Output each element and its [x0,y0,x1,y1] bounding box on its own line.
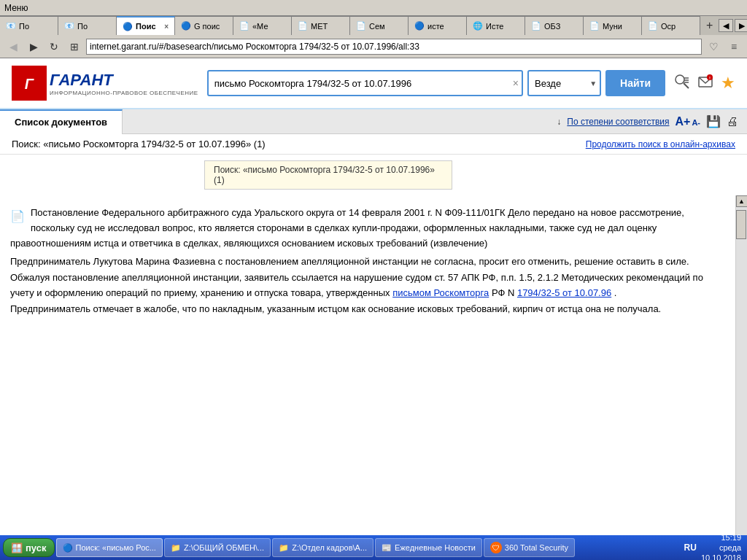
tab-iste1-label: исте [427,22,444,31]
tab-search-label: Поис [136,22,156,31]
tab-sem-label: Сем [369,22,385,31]
tab-mail-2[interactable]: 📧 По [58,16,117,35]
address-input[interactable] [90,42,698,52]
tab-iste2-label: Исте [486,22,503,31]
tab-iste2[interactable]: 🌐 Исте [467,16,525,35]
shield-icon: 🛡 [490,542,502,553]
font-decrease-btn[interactable]: A- [692,118,700,127]
continue-search-link[interactable]: Продолжить поиск в онлайн-архивах [586,139,735,149]
doc-content: 📄 Постановление Федерального арбитражног… [0,195,735,556]
search-input-wrapper: × [207,70,523,96]
tab-google-icon: 🔵 [181,21,191,31]
refresh-btn[interactable]: ↻ [45,38,63,55]
doc-body-2: РФ N [492,287,517,298]
tab-mail-1-icon: 📧 [6,21,16,31]
scroll-up-btn[interactable]: ▲ [736,195,748,207]
address-bar[interactable] [86,39,702,55]
search-list-icon [674,74,690,90]
scrollbar-thumb[interactable] [736,210,746,239]
taskbar: 🪟 пуск 🔵 Поиск: «письмо Рос... 📁 Z:\ОБЩИ… [0,535,747,560]
logo-subtitle: ИНФОРМАЦИОННО-ПРАВОВОЕ ОБЕСПЕЧЕНИЕ [50,90,198,96]
taskbar-item-search-icon: 🔵 [63,543,73,553]
doc-body: Предприниматель Лукутова Марина Фазиевна… [10,254,721,316]
back-btn[interactable]: ◀ [4,38,22,55]
taskbar-date: 10.10.2018 [701,553,741,560]
garant-logo: Г ГАРАНТ ИНФОРМАЦИОННО-ПРАВОВОЕ ОБЕСПЕЧЕ… [12,66,198,101]
tab-obz-icon: 📄 [531,21,541,31]
tab-met-label: МЕТ [311,22,328,31]
tab-muni-icon: 📄 [589,21,600,31]
search-btn[interactable]: Найти [605,70,665,96]
tab-obz[interactable]: 📄 ОБЗ [525,16,584,35]
font-increase-btn[interactable]: A+ [675,115,690,128]
tab-google[interactable]: 🔵 G поис [175,16,233,35]
document-entry: 📄 Постановление Федерального арбитражног… [10,206,721,316]
svg-line-3 [684,83,689,88]
search-input[interactable] [207,70,523,96]
forward-btn[interactable]: ▶ [25,38,42,55]
save-btn[interactable]: 💾 [706,114,721,128]
favorites-btn[interactable]: ♡ [705,38,722,55]
tab-scroll-left[interactable]: ◀ [719,19,733,32]
advanced-search-btn[interactable] [674,74,690,93]
home-btn[interactable]: ⊞ [66,38,83,55]
taskbar-item-hr[interactable]: 📁 Z:\Отдел кадров\А... [272,538,374,557]
taskbar-item-antivirus[interactable]: 🛡 360 Total Security [484,538,575,557]
scrollbar-track[interactable] [736,207,747,544]
start-button[interactable]: 🪟 пуск [3,538,55,557]
tab-controls: ◀ ▶ _ □ × [719,16,747,35]
header-icons-right: ! ★ [674,74,735,93]
doc-file-icon: 📄 [10,207,25,226]
tab-mail-1-label: По [19,22,29,31]
taskbar-item-search-label: Поиск: «письмо Рос... [76,543,156,552]
tab-osr[interactable]: 📄 Оср [642,16,700,35]
doc-title: Постановление Федерального арбитражного … [10,207,684,249]
reader-btn[interactable]: ≡ [725,38,743,55]
tab-muni[interactable]: 📄 Муни [584,16,642,35]
tab-search-icon: 🔵 [123,22,133,31]
print-btn[interactable]: 🖨 [727,115,738,128]
search-scope-select[interactable]: Везде В названии В тексте [527,70,601,96]
tab-iste1[interactable]: 🔵 исте [409,16,467,35]
tab-search-active[interactable]: 🔵 Поис × [117,16,175,35]
doc-link-number[interactable]: 1794/32-5 от 10.07.96 [517,287,611,298]
email-icon: ! [697,74,713,90]
svg-text:Г: Г [25,76,35,92]
taskbar-right: RU 15:19 среда 10.10.2018 [684,532,744,560]
tab-scroll-right[interactable]: ▶ [735,19,747,32]
tab-sem[interactable]: 📄 Сем [350,16,409,35]
tab-mail-1[interactable]: 📧 По [0,16,58,35]
taskbar-day: среда [701,542,741,553]
taskbar-item-news-icon: 📰 [382,543,392,553]
scrollbar[interactable]: ▲ ▼ [735,195,747,556]
tab-close-btn[interactable]: × [164,23,169,31]
taskbar-item-exchange-icon: 📁 [171,543,181,553]
logo-red-box: Г [12,66,47,101]
doc-toolbar: Список документов ↓ По степени соответст… [0,109,747,134]
content-wrapper: 📄 Постановление Федерального арбитражног… [0,195,747,556]
email-btn[interactable]: ! [697,74,713,93]
svg-text:!: ! [709,76,711,80]
add-tab-btn[interactable]: + [700,16,719,35]
taskbar-item-news-label: Ежедневные Новости [395,543,476,552]
doc-link-roskomtorg[interactable]: письмом Роскомторга [392,287,489,298]
search-scope-wrapper: Везде В названии В тексте ▼ [527,70,601,96]
doc-tab-list[interactable]: Список документов [0,109,123,134]
taskbar-item-hr-label: Z:\Отдел кадров\А... [292,543,367,552]
taskbar-item-search[interactable]: 🔵 Поиск: «письмо Рос... [56,538,163,557]
start-label: пуск [26,542,47,553]
taskbar-item-exchange[interactable]: 📁 Z:\ОБЩИЙ ОБМЕН\... [164,538,271,557]
menu-label[interactable]: Меню [4,3,28,13]
tab-me1[interactable]: 📄 «Ме [233,16,292,35]
taskbar-item-news[interactable]: 📰 Ежедневные Новости [375,538,482,557]
search-clear-btn[interactable]: × [513,77,519,89]
tab-iste1-icon: 🔵 [414,21,425,31]
tab-met[interactable]: 📄 МЕТ [292,16,350,35]
taskbar-item-exchange-label: Z:\ОБЩИЙ ОБМЕН\... [184,543,264,552]
garant-header: Г ГАРАНТ ИНФОРМАЦИОННО-ПРАВОВОЕ ОБЕСПЕЧЕ… [0,58,747,109]
search-bar-garant: × Везде В названии В тексте ▼ Найти [207,70,665,96]
tab-iste2-icon: 🌐 [473,21,483,31]
sort-by-relevance-btn[interactable]: По степени соответствия [567,117,669,127]
star-btn[interactable]: ★ [721,74,735,93]
toolbar-right: ↓ По степени соответствия A+ A- 💾 🖨 [557,114,747,128]
